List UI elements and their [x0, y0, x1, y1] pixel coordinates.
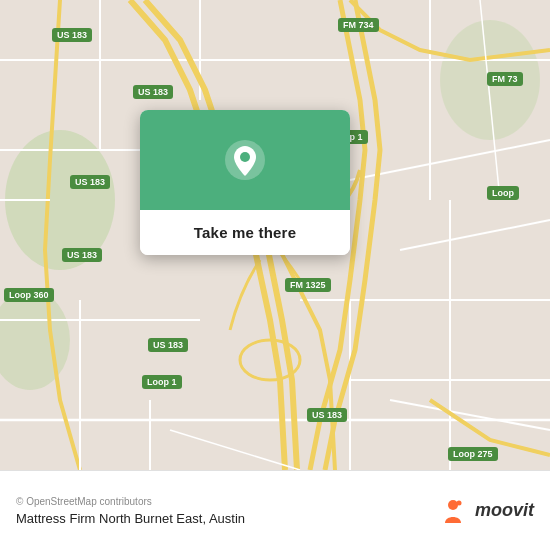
popup-header [140, 110, 350, 210]
road-badge-fm73: FM 73 [487, 72, 523, 86]
road-badge-loop275: Loop 275 [448, 447, 498, 461]
popup-card: Take me there [140, 110, 350, 255]
road-badge-fm734: FM 734 [338, 18, 379, 32]
road-badge-us183-5: US 183 [148, 338, 188, 352]
road-badge-us183-2: US 183 [133, 85, 173, 99]
map-container: US 183 US 183 US 183 US 183 US 183 FM 73… [0, 0, 550, 470]
road-badge-loop360: Loop 360 [4, 288, 54, 302]
bottom-left-info: © OpenStreetMap contributors Mattress Fi… [16, 496, 245, 526]
road-badge-loop: Loop [487, 186, 519, 200]
moovit-text: moovit [475, 500, 534, 521]
location-pin-icon [223, 138, 267, 182]
location-name: Mattress Firm North Burnet East, Austin [16, 511, 245, 526]
moovit-icon [437, 495, 469, 527]
svg-point-25 [240, 152, 250, 162]
svg-point-27 [456, 500, 461, 505]
road-badge-loop1-2: Loop 1 [142, 375, 182, 389]
svg-point-26 [448, 500, 458, 510]
road-badge-us183-6: US 183 [307, 408, 347, 422]
road-badge-us183-3: US 183 [70, 175, 110, 189]
road-badge-us183-1: US 183 [52, 28, 92, 42]
road-badge-fm1325: FM 1325 [285, 278, 331, 292]
osm-credit: © OpenStreetMap contributors [16, 496, 245, 507]
road-badge-us183-4: US 183 [62, 248, 102, 262]
bottom-bar: © OpenStreetMap contributors Mattress Fi… [0, 470, 550, 550]
moovit-logo: moovit [437, 495, 534, 527]
take-me-there-button[interactable]: Take me there [140, 210, 350, 255]
